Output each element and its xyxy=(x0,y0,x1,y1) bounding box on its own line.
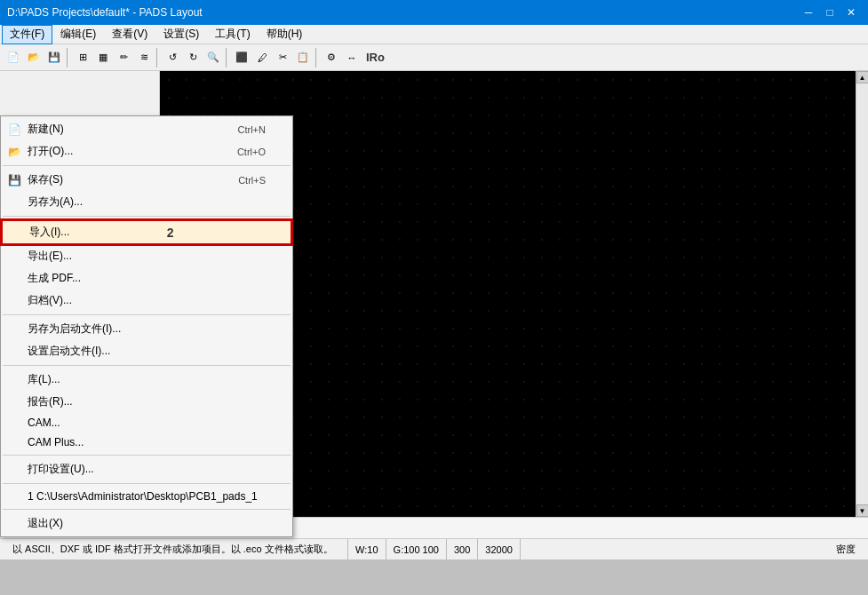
menu-item-library[interactable]: 库(L)... xyxy=(1,369,292,391)
status-w: W:10 xyxy=(348,539,386,559)
menu-import-label: 导入(I)... xyxy=(29,225,69,240)
menu-save-startup-label: 另存为启动文件(I)... xyxy=(28,321,121,337)
menu-item-archive[interactable]: 归档(V)... xyxy=(1,290,292,312)
menu-item-pdf[interactable]: 生成 PDF... xyxy=(1,267,292,290)
menu-sep-6 xyxy=(3,483,291,484)
tb-btn-5[interactable]: ✏ xyxy=(114,48,133,67)
status-coord: 300 xyxy=(447,539,478,559)
toolbar-sep-1 xyxy=(67,48,70,67)
tb-btn-8[interactable]: ↻ xyxy=(183,48,203,67)
menu-item-print-setup[interactable]: 打印设置(U)... xyxy=(1,458,292,480)
scroll-track[interactable] xyxy=(856,83,868,504)
status-mode: 32000 xyxy=(478,539,521,559)
menu-saveas-label: 另存为(A)... xyxy=(28,194,83,210)
right-scrollbar[interactable]: ▲ ▼ xyxy=(856,71,868,517)
tb-btn-4[interactable]: ▦ xyxy=(93,48,113,67)
menu-item-open[interactable]: 📂 打开(O)... Ctrl+O xyxy=(1,140,292,163)
g-label: G:100 100 xyxy=(394,544,439,555)
tb-btn-11[interactable]: 🖊 xyxy=(252,48,272,67)
menu-cam-plus-label: CAM Plus... xyxy=(28,436,84,448)
scroll-up-arrow[interactable]: ▲ xyxy=(856,71,869,83)
menu-sep-4 xyxy=(3,365,291,366)
title-bar: D:\PADS Projects\default* - PADS Layout … xyxy=(0,0,868,25)
menu-item-save[interactable]: 💾 保存(S) Ctrl+S xyxy=(1,169,292,191)
menu-sep-7 xyxy=(3,509,291,510)
menu-recent-label: 1 C:\Users\Administrator\Desktop\PCB1_pa… xyxy=(28,490,258,503)
tb-open-btn[interactable]: 📂 xyxy=(24,48,44,67)
menu-item-saveas[interactable]: 另存为(A)... xyxy=(1,191,292,213)
menu-library-label: 库(L)... xyxy=(28,372,60,387)
status-density: 密度 xyxy=(521,539,863,559)
menu-export-label: 导出(E)... xyxy=(28,249,72,264)
scroll-down-arrow[interactable]: ▼ xyxy=(856,504,869,517)
menu-item-settings[interactable]: 设置(S) xyxy=(155,25,207,44)
menu-sep-3 xyxy=(3,314,291,315)
menu-new-label: 新建(N) xyxy=(28,122,64,137)
status-g: G:100 100 xyxy=(386,539,447,559)
tb-btn-9[interactable]: 🔍 xyxy=(203,48,223,67)
toolbar: 📄 📂 💾 ⊞ ▦ ✏ ≋ ↺ ↻ 🔍 ⬛ 🖊 ✂ 📋 ⚙ ↔ IRo xyxy=(0,44,868,71)
menu-item-exit[interactable]: 退出(X) xyxy=(1,512,292,535)
menu-print-setup-label: 打印设置(U)... xyxy=(28,462,94,477)
tb-btn-7[interactable]: ↺ xyxy=(163,48,182,67)
menu-item-set-startup[interactable]: 设置启动文件(I)... xyxy=(1,340,292,362)
tb-btn-3[interactable]: ⊞ xyxy=(73,48,92,67)
menu-item-file[interactable]: 文件(F) xyxy=(2,25,52,44)
tb-new-btn[interactable]: 📄 xyxy=(4,48,23,67)
menu-item-edit[interactable]: 编辑(E) xyxy=(52,25,104,44)
menu-item-save-startup[interactable]: 另存为启动文件(I)... xyxy=(1,318,292,340)
tb-btn-13[interactable]: 📋 xyxy=(293,48,313,67)
new-icon: 📄 xyxy=(4,123,24,136)
file-menu-dropdown: 📄 新建(N) Ctrl+N 📂 打开(O)... Ctrl+O 💾 保存(S)… xyxy=(0,115,293,537)
menu-bar: 文件(F) 编辑(E) 查看(V) 设置(S) 工具(T) 帮助(H) xyxy=(0,25,868,44)
menu-item-tools[interactable]: 工具(T) xyxy=(207,25,258,44)
toolbar-sep-2 xyxy=(156,48,160,67)
menu-item-export[interactable]: 导出(E)... xyxy=(1,245,292,267)
title-controls: ─ □ ✕ xyxy=(799,4,861,21)
menu-item-report[interactable]: 报告(R)... xyxy=(1,391,292,413)
iro-label: IRo xyxy=(366,51,385,64)
open-icon: 📂 xyxy=(4,146,24,158)
tb-btn-6[interactable]: ≋ xyxy=(134,48,154,67)
menu-set-startup-label: 设置启动文件(I)... xyxy=(28,344,110,359)
minimize-button[interactable]: ─ xyxy=(799,4,818,21)
menu-item-import[interactable]: 导入(I)... 2 xyxy=(1,219,292,245)
density-label: 密度 xyxy=(836,543,856,556)
menu-report-label: 报告(R)... xyxy=(28,394,73,409)
menu-open-label: 打开(O)... xyxy=(28,144,73,159)
menu-item-help[interactable]: 帮助(H) xyxy=(259,25,311,44)
tb-save-btn[interactable]: 💾 xyxy=(44,48,64,67)
badge-2: 2 xyxy=(167,226,174,240)
menu-exit-label: 退出(X) xyxy=(28,516,63,531)
menu-item-cam-plus[interactable]: CAM Plus... xyxy=(1,432,292,452)
menu-open-shortcut: Ctrl+O xyxy=(237,147,266,157)
menu-new-shortcut: Ctrl+N xyxy=(238,124,266,135)
menu-item-cam[interactable]: CAM... xyxy=(1,413,292,432)
tb-btn-15[interactable]: ↔ xyxy=(342,48,362,67)
menu-sep-1 xyxy=(3,165,291,166)
tb-btn-14[interactable]: ⚙ xyxy=(322,48,341,67)
status-text: 以 ASCII、DXF 或 IDF 格式打开文件或添加项目。以 .eco 文件格… xyxy=(12,543,333,556)
menu-pdf-label: 生成 PDF... xyxy=(28,271,81,286)
menu-cam-label: CAM... xyxy=(28,416,60,429)
menu-sep-5 xyxy=(3,455,291,456)
w-label: W:10 xyxy=(355,544,378,555)
menu-save-shortcut: Ctrl+S xyxy=(238,175,266,186)
menu-item-new[interactable]: 📄 新建(N) Ctrl+N xyxy=(1,118,292,140)
window-title: D:\PADS Projects\default* - PADS Layout xyxy=(7,6,203,19)
toolbar-sep-3 xyxy=(226,48,229,67)
menu-item-view[interactable]: 查看(V) xyxy=(104,25,155,44)
tb-btn-12[interactable]: ✂ xyxy=(273,48,292,67)
mode-label: 32000 xyxy=(485,544,513,555)
status-bar: 以 ASCII、DXF 或 IDF 格式打开文件或添加项目。以 .eco 文件格… xyxy=(0,538,868,559)
menu-item-recent[interactable]: 1 C:\Users\Administrator\Desktop\PCB1_pa… xyxy=(1,487,292,506)
menu-save-label: 保存(S) xyxy=(28,172,63,187)
save-icon: 💾 xyxy=(4,174,24,186)
menu-archive-label: 归档(V)... xyxy=(28,293,72,308)
toolbar-sep-4 xyxy=(315,48,319,67)
tb-btn-10[interactable]: ⬛ xyxy=(232,48,251,67)
status-message: 以 ASCII、DXF 或 IDF 格式打开文件或添加项目。以 .eco 文件格… xyxy=(5,539,348,559)
close-button[interactable]: ✕ xyxy=(841,4,861,21)
maximize-button[interactable]: □ xyxy=(820,4,840,21)
coord-label: 300 xyxy=(454,544,470,555)
